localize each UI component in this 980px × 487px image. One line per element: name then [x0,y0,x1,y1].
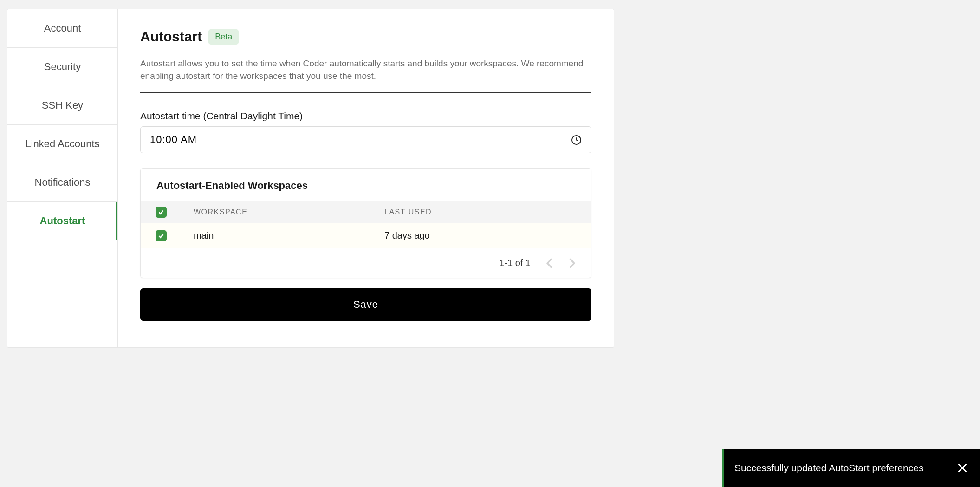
main-content: Autostart Beta Autostart allows you to s… [118,9,614,347]
sidebar-item-linked-accounts[interactable]: Linked Accounts [7,125,117,163]
col-last-used: LAST USED [384,208,575,216]
page-header: Autostart Beta [140,29,591,45]
clock-icon[interactable] [571,135,582,145]
sidebar-item-label: Notifications [35,176,91,188]
sidebar-item-account[interactable]: Account [7,9,117,48]
divider [140,92,591,93]
row-checkbox[interactable] [156,230,167,241]
page-description: Autostart allows you to set the time whe… [140,58,591,82]
sidebar: Account Security SSH Key Linked Accounts… [7,9,118,347]
sidebar-item-notifications[interactable]: Notifications [7,163,117,202]
table-header-row: WORKSPACE LAST USED [141,201,591,223]
page-next-button[interactable] [569,258,575,268]
sidebar-item-label: Security [44,61,81,73]
settings-panel: Account Security SSH Key Linked Accounts… [7,9,614,348]
workspaces-card: Autostart-Enabled Workspaces WORKSPACE L… [140,168,591,278]
beta-badge: Beta [208,29,239,45]
pagination: 1-1 of 1 [141,248,591,278]
sidebar-item-label: SSH Key [42,99,83,111]
save-button[interactable]: Save [140,288,591,321]
row-checkbox-cell [152,230,194,241]
col-workspace: WORKSPACE [194,208,384,216]
select-all-cell [152,207,194,218]
workspaces-table: WORKSPACE LAST USED main 7 days ago 1-1 … [141,201,591,278]
page-title: Autostart [140,29,202,45]
time-input-container [140,126,591,153]
workspace-last-used: 7 days ago [384,230,575,241]
workspace-name: main [194,230,384,241]
page-prev-button[interactable] [546,258,553,268]
pagination-text: 1-1 of 1 [499,258,531,268]
sidebar-item-label: Autostart [40,215,85,227]
time-field-label: Autostart time (Central Daylight Time) [140,110,591,122]
table-row: main 7 days ago [141,223,591,248]
sidebar-item-label: Linked Accounts [25,138,99,150]
autostart-time-input[interactable] [150,134,571,146]
sidebar-item-ssh-key[interactable]: SSH Key [7,86,117,125]
sidebar-item-label: Account [44,22,81,34]
select-all-checkbox[interactable] [156,207,167,218]
workspaces-card-title: Autostart-Enabled Workspaces [141,169,591,201]
sidebar-item-security[interactable]: Security [7,48,117,86]
sidebar-item-autostart[interactable]: Autostart [7,202,117,240]
